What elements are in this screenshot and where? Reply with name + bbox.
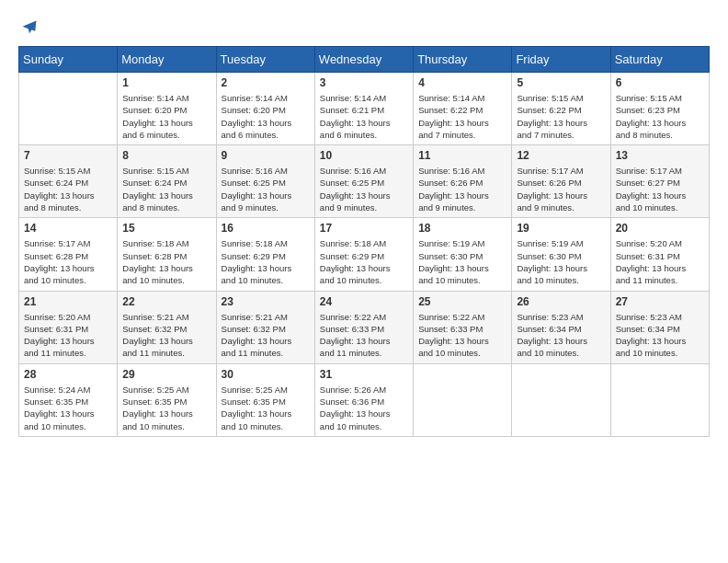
calendar-cell: 4Sunrise: 5:14 AM Sunset: 6:22 PM Daylig…: [414, 73, 512, 145]
calendar-cell: 30Sunrise: 5:25 AM Sunset: 6:35 PM Dayli…: [216, 363, 314, 436]
weekday-header-wednesday: Wednesday: [314, 47, 413, 73]
day-info: Sunrise: 5:17 AM Sunset: 6:28 PM Dayligh…: [24, 237, 112, 286]
day-info: Sunrise: 5:21 AM Sunset: 6:32 PM Dayligh…: [222, 311, 310, 360]
calendar-cell: 31Sunrise: 5:26 AM Sunset: 6:36 PM Dayli…: [314, 363, 413, 436]
day-number: 28: [24, 368, 112, 381]
calendar-cell: 16Sunrise: 5:18 AM Sunset: 6:29 PM Dayli…: [216, 218, 314, 291]
day-number: 31: [320, 368, 408, 381]
day-info: Sunrise: 5:15 AM Sunset: 6:24 PM Dayligh…: [24, 165, 112, 213]
day-number: 26: [517, 295, 605, 308]
calendar-cell: 3Sunrise: 5:14 AM Sunset: 6:21 PM Daylig…: [314, 73, 413, 145]
day-number: 24: [320, 295, 408, 308]
calendar-week-row: 7Sunrise: 5:15 AM Sunset: 6:24 PM Daylig…: [19, 145, 710, 218]
day-info: Sunrise: 5:14 AM Sunset: 6:20 PM Dayligh…: [222, 92, 310, 141]
day-info: Sunrise: 5:23 AM Sunset: 6:34 PM Dayligh…: [517, 311, 605, 360]
day-number: 7: [24, 149, 112, 162]
weekday-header-saturday: Saturday: [610, 47, 709, 73]
day-info: Sunrise: 5:20 AM Sunset: 6:31 PM Dayligh…: [616, 237, 704, 286]
day-info: Sunrise: 5:16 AM Sunset: 6:25 PM Dayligh…: [222, 165, 310, 213]
day-number: 18: [418, 222, 506, 235]
calendar-cell: 9Sunrise: 5:16 AM Sunset: 6:25 PM Daylig…: [216, 145, 314, 218]
day-number: 20: [616, 222, 704, 235]
day-number: 25: [418, 295, 506, 308]
calendar-cell: 13Sunrise: 5:17 AM Sunset: 6:27 PM Dayli…: [610, 145, 709, 218]
calendar-cell: 1Sunrise: 5:14 AM Sunset: 6:20 PM Daylig…: [118, 73, 216, 145]
calendar-week-row: 28Sunrise: 5:24 AM Sunset: 6:35 PM Dayli…: [19, 363, 710, 436]
day-number: 4: [418, 76, 506, 89]
day-number: 9: [222, 149, 310, 162]
calendar-cell: 23Sunrise: 5:21 AM Sunset: 6:32 PM Dayli…: [216, 291, 314, 363]
day-number: 27: [616, 295, 704, 308]
calendar-week-row: 21Sunrise: 5:20 AM Sunset: 6:31 PM Dayli…: [19, 291, 710, 363]
day-number: 5: [517, 76, 605, 89]
day-info: Sunrise: 5:18 AM Sunset: 6:28 PM Dayligh…: [122, 237, 210, 286]
day-info: Sunrise: 5:15 AM Sunset: 6:24 PM Dayligh…: [122, 165, 210, 213]
day-info: Sunrise: 5:19 AM Sunset: 6:30 PM Dayligh…: [517, 237, 605, 286]
calendar-cell: 7Sunrise: 5:15 AM Sunset: 6:24 PM Daylig…: [19, 145, 118, 218]
day-number: 30: [222, 368, 310, 381]
day-info: Sunrise: 5:14 AM Sunset: 6:22 PM Dayligh…: [418, 92, 506, 141]
day-number: 15: [122, 222, 210, 235]
calendar-cell: 5Sunrise: 5:15 AM Sunset: 6:22 PM Daylig…: [512, 73, 610, 145]
day-info: Sunrise: 5:18 AM Sunset: 6:29 PM Dayligh…: [222, 237, 310, 286]
day-info: Sunrise: 5:20 AM Sunset: 6:31 PM Dayligh…: [24, 311, 112, 360]
calendar-header-row: SundayMondayTuesdayWednesdayThursdayFrid…: [19, 47, 710, 73]
calendar-week-row: 14Sunrise: 5:17 AM Sunset: 6:28 PM Dayli…: [19, 218, 710, 291]
calendar-cell: 11Sunrise: 5:16 AM Sunset: 6:26 PM Dayli…: [414, 145, 512, 218]
day-number: 19: [517, 222, 605, 235]
day-info: Sunrise: 5:22 AM Sunset: 6:33 PM Dayligh…: [418, 311, 506, 360]
day-number: 11: [418, 149, 506, 162]
day-info: Sunrise: 5:26 AM Sunset: 6:36 PM Dayligh…: [320, 384, 408, 432]
day-number: 2: [222, 76, 310, 89]
calendar-cell: 19Sunrise: 5:19 AM Sunset: 6:30 PM Dayli…: [512, 218, 610, 291]
calendar-cell: 17Sunrise: 5:18 AM Sunset: 6:29 PM Dayli…: [314, 218, 413, 291]
day-info: Sunrise: 5:21 AM Sunset: 6:32 PM Dayligh…: [122, 311, 210, 360]
calendar-cell: 28Sunrise: 5:24 AM Sunset: 6:35 PM Dayli…: [19, 363, 118, 436]
day-info: Sunrise: 5:17 AM Sunset: 6:27 PM Dayligh…: [616, 165, 704, 213]
calendar-cell: 20Sunrise: 5:20 AM Sunset: 6:31 PM Dayli…: [610, 218, 709, 291]
weekday-header-monday: Monday: [118, 47, 216, 73]
calendar-cell: [512, 363, 610, 436]
calendar-cell: 29Sunrise: 5:25 AM Sunset: 6:35 PM Dayli…: [118, 363, 216, 436]
day-info: Sunrise: 5:25 AM Sunset: 6:35 PM Dayligh…: [222, 384, 310, 432]
calendar-cell: [19, 73, 118, 145]
calendar-cell: 10Sunrise: 5:16 AM Sunset: 6:25 PM Dayli…: [314, 145, 413, 218]
day-info: Sunrise: 5:15 AM Sunset: 6:23 PM Dayligh…: [616, 92, 704, 141]
day-info: Sunrise: 5:15 AM Sunset: 6:22 PM Dayligh…: [517, 92, 605, 141]
logo-bird-icon: [20, 18, 39, 37]
calendar-cell: 21Sunrise: 5:20 AM Sunset: 6:31 PM Dayli…: [19, 291, 118, 363]
weekday-header-thursday: Thursday: [414, 47, 512, 73]
calendar-cell: 8Sunrise: 5:15 AM Sunset: 6:24 PM Daylig…: [118, 145, 216, 218]
day-info: Sunrise: 5:16 AM Sunset: 6:26 PM Dayligh…: [418, 165, 506, 213]
day-number: 22: [122, 295, 210, 308]
calendar-cell: 6Sunrise: 5:15 AM Sunset: 6:23 PM Daylig…: [610, 73, 709, 145]
day-info: Sunrise: 5:14 AM Sunset: 6:20 PM Dayligh…: [122, 92, 210, 141]
day-number: 13: [616, 149, 704, 162]
calendar-cell: 25Sunrise: 5:22 AM Sunset: 6:33 PM Dayli…: [414, 291, 512, 363]
calendar-cell: 2Sunrise: 5:14 AM Sunset: 6:20 PM Daylig…: [216, 73, 314, 145]
calendar-week-row: 1Sunrise: 5:14 AM Sunset: 6:20 PM Daylig…: [19, 73, 710, 145]
day-number: 21: [24, 295, 112, 308]
day-number: 6: [616, 76, 704, 89]
day-number: 17: [320, 222, 408, 235]
calendar-cell: 22Sunrise: 5:21 AM Sunset: 6:32 PM Dayli…: [118, 291, 216, 363]
calendar-table: SundayMondayTuesdayWednesdayThursdayFrid…: [18, 46, 710, 437]
day-number: 16: [222, 222, 310, 235]
day-number: 29: [122, 368, 210, 381]
weekday-header-tuesday: Tuesday: [216, 47, 314, 73]
day-info: Sunrise: 5:18 AM Sunset: 6:29 PM Dayligh…: [320, 237, 408, 286]
calendar-cell: 18Sunrise: 5:19 AM Sunset: 6:30 PM Dayli…: [414, 218, 512, 291]
weekday-header-sunday: Sunday: [19, 47, 118, 73]
calendar-cell: 26Sunrise: 5:23 AM Sunset: 6:34 PM Dayli…: [512, 291, 610, 363]
day-info: Sunrise: 5:14 AM Sunset: 6:21 PM Dayligh…: [320, 92, 408, 141]
logo: [18, 18, 39, 37]
day-number: 10: [320, 149, 408, 162]
day-info: Sunrise: 5:22 AM Sunset: 6:33 PM Dayligh…: [320, 311, 408, 360]
day-info: Sunrise: 5:25 AM Sunset: 6:35 PM Dayligh…: [122, 384, 210, 432]
day-number: 14: [24, 222, 112, 235]
calendar-cell: [610, 363, 709, 436]
page-header: [18, 18, 710, 37]
day-info: Sunrise: 5:24 AM Sunset: 6:35 PM Dayligh…: [24, 384, 112, 432]
calendar-cell: 15Sunrise: 5:18 AM Sunset: 6:28 PM Dayli…: [118, 218, 216, 291]
day-info: Sunrise: 5:19 AM Sunset: 6:30 PM Dayligh…: [418, 237, 506, 286]
